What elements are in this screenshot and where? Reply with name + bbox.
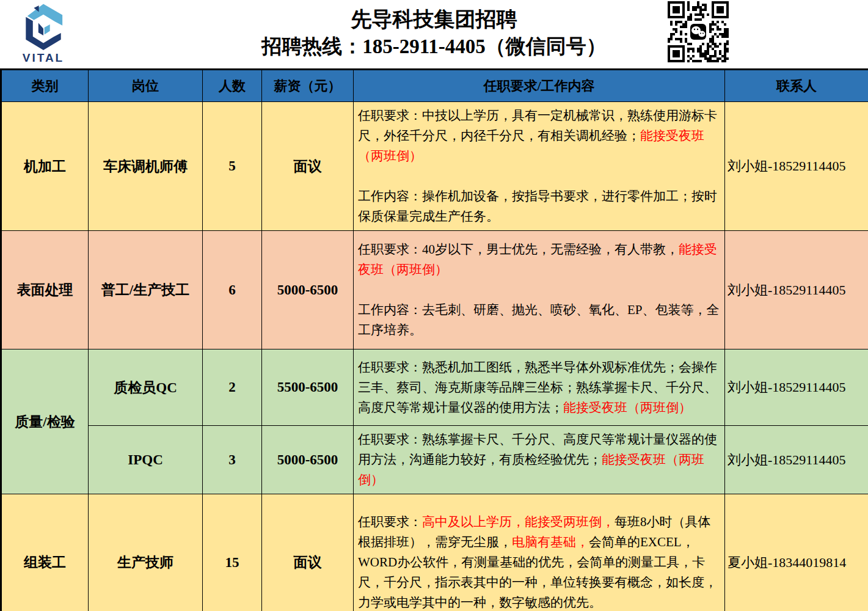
table-row: 表面处理 普工/生产技工 6 5000-6500 任职要求：40岁以下，男士优先… xyxy=(1,231,868,349)
position-cell: 质检员QC xyxy=(89,349,203,426)
wechat-qr-code xyxy=(668,1,729,62)
job-description: 任职要求：中技以上学历，具有一定机械常识，熟练使用游标卡尺，外径千分尺，内径千分… xyxy=(354,102,725,231)
position-cell: 生产技师 xyxy=(89,494,203,611)
table-header-row: 类别 岗位 人数 薪资（元） 任职要求/工作内容 联系人 xyxy=(1,70,868,102)
hotline-text: 招聘热线：185-2911-4405（微信同号） xyxy=(0,33,868,60)
category-cell: 质量/检验 xyxy=(1,349,89,494)
salary-cell: 5500-6500 xyxy=(262,349,354,426)
contact-cell: 刘小姐-18529114405 xyxy=(725,102,868,231)
page-title: 先导科技集团招聘 xyxy=(0,6,868,33)
category-cell: 组装工 xyxy=(1,494,89,611)
table-row: IPQC 3 5000-6500 任职要求：熟练掌握卡尺、千分尺、高度尺等常规计… xyxy=(1,426,868,494)
recruitment-poster: VITAL 先导科技集团招聘 招聘热线：185-2911-4405（微信同号） … xyxy=(0,0,868,611)
contact-cell: 刘小姐-18529114405 xyxy=(725,231,868,349)
salary-cell: 5000-6500 xyxy=(262,231,354,349)
headcount-cell: 3 xyxy=(203,426,262,494)
col-header-salary: 薪资（元） xyxy=(262,70,354,102)
contact-cell: 夏小姐-18344019814 xyxy=(725,494,868,611)
headcount-cell: 2 xyxy=(203,349,262,426)
category-cell: 表面处理 xyxy=(1,231,89,349)
salary-cell: 5000-6500 xyxy=(262,426,354,494)
job-description: 任职要求：熟练掌握卡尺、千分尺、高度尺等常规计量仪器的使用方法，沟通能力较好，有… xyxy=(354,426,725,494)
headcount-cell: 15 xyxy=(203,494,262,611)
position-cell: 普工/生产技工 xyxy=(89,231,203,349)
jobs-table: 类别 岗位 人数 薪资（元） 任职要求/工作内容 联系人 机加工 车床调机师傅 … xyxy=(0,68,868,611)
job-description: 任职要求：熟悉机加工图纸，熟悉半导体外观标准优先；会操作三丰、蔡司、海克斯康等品… xyxy=(354,349,725,426)
table-row: 组装工 生产技师 15 面议 任职要求：高中及以上学历，能接受两班倒，每班8小时… xyxy=(1,494,868,611)
headcount-cell: 5 xyxy=(203,102,262,231)
contact-cell: 刘小姐-18529114405 xyxy=(725,349,868,426)
table-row: 质量/检验 质检员QC 2 5500-6500 任职要求：熟悉机加工图纸，熟悉半… xyxy=(1,349,868,426)
headcount-cell: 6 xyxy=(203,231,262,349)
col-header-requirements: 任职要求/工作内容 xyxy=(354,70,725,102)
salary-cell: 面议 xyxy=(262,494,354,611)
salary-cell: 面议 xyxy=(262,102,354,231)
col-header-contact: 联系人 xyxy=(725,70,868,102)
category-cell: 机加工 xyxy=(1,102,89,231)
contact-cell: 刘小姐-18529114405 xyxy=(725,426,868,494)
col-header-headcount: 人数 xyxy=(203,70,262,102)
job-description: 任职要求：40岁以下，男士优先，无需经验，有人带教，能接受夜班（两班倒）工作内容… xyxy=(354,231,725,349)
col-header-category: 类别 xyxy=(1,70,89,102)
table-row: 机加工 车床调机师傅 5 面议 任职要求：中技以上学历，具有一定机械常识，熟练使… xyxy=(1,102,868,231)
poster-header: VITAL 先导科技集团招聘 招聘热线：185-2911-4405（微信同号） xyxy=(0,0,868,68)
position-cell: 车床调机师傅 xyxy=(89,102,203,231)
job-description: 任职要求：高中及以上学历，能接受两班倒，每班8小时（具体根据排班），需穿无尘服，… xyxy=(354,494,725,611)
title-block: 先导科技集团招聘 招聘热线：185-2911-4405（微信同号） xyxy=(0,6,868,60)
col-header-position: 岗位 xyxy=(89,70,203,102)
position-cell: IPQC xyxy=(89,426,203,494)
